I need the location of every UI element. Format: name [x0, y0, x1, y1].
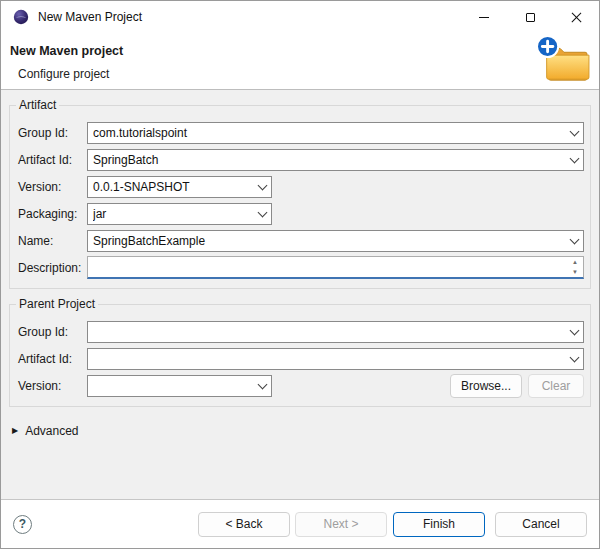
chevron-down-icon[interactable] [253, 177, 271, 197]
parent-group-id-label: Group Id: [18, 325, 87, 339]
wizard-header: New Maven project Configure project [1, 33, 599, 90]
description-field[interactable]: ▲ ▼ [87, 256, 584, 279]
artifact-group-label: Artifact [16, 98, 59, 112]
parent-artifact-id-label: Artifact Id: [18, 352, 87, 366]
parent-version-row: Version: Browse... Clear [18, 372, 584, 399]
parent-project-group-label: Parent Project [16, 297, 98, 311]
parent-artifact-id-input[interactable] [88, 349, 565, 369]
description-scrollbar[interactable]: ▲ ▼ [567, 257, 583, 277]
name-input[interactable] [88, 231, 565, 251]
new-maven-folder-icon [534, 34, 592, 87]
parent-group-id-combo[interactable] [87, 321, 584, 343]
artifact-packaging-row: Packaging: [18, 200, 584, 227]
clear-button[interactable]: Clear [528, 374, 584, 398]
version-combo[interactable] [87, 176, 272, 198]
maximize-button[interactable] [507, 1, 553, 33]
packaging-label: Packaging: [18, 207, 87, 221]
group-id-input[interactable] [88, 123, 565, 143]
version-label: Version: [18, 180, 87, 194]
name-label: Name: [18, 234, 87, 248]
packaging-combo[interactable] [87, 203, 272, 225]
window-controls [461, 1, 599, 33]
advanced-section-toggle[interactable]: ▶ Advanced [12, 424, 591, 438]
description-input[interactable] [88, 257, 567, 277]
description-label: Description: [18, 261, 87, 275]
chevron-down-icon[interactable] [565, 349, 583, 369]
new-maven-project-dialog: New Maven Project New Maven project Conf… [0, 0, 600, 549]
parent-version-combo[interactable] [87, 375, 272, 397]
artifact-id-label: Artifact Id: [18, 153, 87, 167]
name-combo[interactable] [87, 230, 584, 252]
parent-version-label: Version: [18, 379, 87, 393]
collapsed-triangle-icon: ▶ [12, 427, 18, 435]
packaging-input[interactable] [88, 204, 253, 224]
chevron-down-icon[interactable] [565, 123, 583, 143]
artifact-group: Artifact Group Id: Artifact Id: Version: [9, 105, 591, 289]
minimize-icon [479, 17, 489, 18]
wizard-title: New Maven project [1, 33, 599, 58]
window-title: New Maven Project [38, 10, 142, 24]
parent-artifact-id-row: Artifact Id: [18, 345, 584, 372]
parent-artifact-id-combo[interactable] [87, 348, 584, 370]
artifact-id-input[interactable] [88, 150, 565, 170]
button-bar: ? < Back Next > Finish Cancel [1, 499, 599, 548]
group-id-label: Group Id: [18, 126, 87, 140]
cancel-button[interactable]: Cancel [495, 512, 587, 537]
advanced-label: Advanced [25, 424, 78, 438]
parent-project-group: Parent Project Group Id: Artifact Id: Ve… [9, 304, 591, 407]
browse-button[interactable]: Browse... [450, 374, 522, 398]
artifact-version-row: Version: [18, 173, 584, 200]
parent-group-id-input[interactable] [88, 322, 565, 342]
maximize-icon [526, 13, 535, 22]
back-button[interactable]: < Back [198, 512, 290, 537]
group-id-combo[interactable] [87, 122, 584, 144]
chevron-down-icon[interactable] [565, 322, 583, 342]
artifact-artifact-id-row: Artifact Id: [18, 146, 584, 173]
wizard-body: Artifact Group Id: Artifact Id: Version: [1, 90, 599, 499]
artifact-name-row: Name: [18, 227, 584, 254]
parent-group-id-row: Group Id: [18, 318, 584, 345]
close-button[interactable] [553, 1, 599, 33]
version-input[interactable] [88, 177, 253, 197]
scroll-down-icon[interactable]: ▼ [572, 269, 578, 275]
chevron-down-icon[interactable] [253, 376, 271, 396]
wizard-buttons: < Back Next > Finish Cancel [198, 512, 587, 537]
help-icon: ? [19, 517, 26, 531]
minimize-button[interactable] [461, 1, 507, 33]
titlebar: New Maven Project [1, 1, 599, 33]
artifact-description-row: Description: ▲ ▼ [18, 254, 584, 281]
eclipse-app-icon [13, 9, 29, 25]
wizard-subtitle: Configure project [1, 58, 599, 81]
artifact-id-combo[interactable] [87, 149, 584, 171]
help-button[interactable]: ? [13, 515, 32, 534]
chevron-down-icon[interactable] [565, 150, 583, 170]
parent-version-input[interactable] [88, 376, 253, 396]
scroll-up-icon[interactable]: ▲ [572, 259, 578, 265]
finish-button[interactable]: Finish [393, 512, 485, 537]
close-icon [570, 11, 583, 24]
chevron-down-icon[interactable] [253, 204, 271, 224]
chevron-down-icon[interactable] [565, 231, 583, 251]
next-button[interactable]: Next > [295, 512, 387, 537]
artifact-group-id-row: Group Id: [18, 119, 584, 146]
